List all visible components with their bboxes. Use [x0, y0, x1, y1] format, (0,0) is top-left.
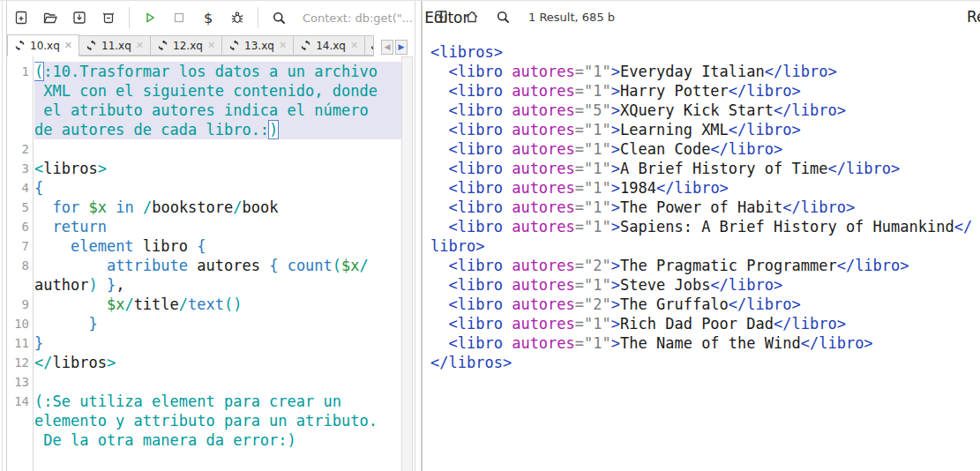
run-query-button[interactable]: [141, 9, 159, 26]
search-button[interactable]: [270, 9, 288, 26]
code-line[interactable]: elemento y attributo para un atributo.: [34, 411, 401, 430]
code-line[interactable]: (:Se utiliza element para crear un: [34, 392, 401, 411]
code-editor[interactable]: (:10.Trasformar los datos a un archivo X…: [34, 56, 401, 471]
code-line[interactable]: return: [34, 217, 401, 236]
line-number: 5: [7, 198, 33, 217]
home-icon: [464, 9, 480, 25]
code-line[interactable]: $x/title/text(): [34, 295, 401, 314]
save-result-icon: [433, 9, 449, 25]
tab-label: 11.xq: [101, 40, 131, 52]
tab-14.xq[interactable]: 14.xq✕: [294, 35, 365, 56]
tab-scroll-right-button[interactable]: ▶: [395, 40, 408, 55]
context-label: Context: db:get("...: [303, 11, 413, 25]
result-line: <libro autores="2">The Pragmatic Program…: [430, 256, 980, 275]
result-panel-title: Result: [967, 8, 980, 26]
code-line[interactable]: [34, 372, 401, 392]
open-file-icon: [42, 10, 58, 26]
result-output[interactable]: <libros> <libro autores="1">Everyday Ita…: [423, 33, 980, 471]
code-line[interactable]: author) },: [34, 275, 401, 295]
code-line[interactable]: el atributo autores indica el número: [34, 101, 401, 120]
line-number: [7, 430, 33, 450]
panel-splitter[interactable]: [415, 1, 422, 471]
external-variables-button[interactable]: $: [199, 9, 217, 26]
tab-close-icon[interactable]: ✕: [64, 41, 72, 50]
xq-file-icon: [14, 40, 26, 51]
toolbar-separator: [129, 7, 130, 28]
code-line[interactable]: (:10.Trasformar los datos a un archivo: [34, 62, 401, 81]
xq-file-icon: [370, 40, 374, 51]
tab-label: 14.xq: [316, 40, 346, 52]
home-button[interactable]: [463, 8, 481, 26]
debug-button[interactable]: [228, 9, 246, 26]
archive-button[interactable]: [100, 9, 117, 26]
tab-13.xq[interactable]: 13.xq✕: [222, 35, 294, 56]
code-line[interactable]: de autores de cada libro.:): [34, 120, 401, 139]
tab-10.xq[interactable]: 10.xq✕: [7, 34, 79, 56]
result-line: </libros>: [430, 353, 980, 372]
stop-button[interactable]: [170, 9, 188, 26]
tab-close-icon[interactable]: ✕: [207, 41, 215, 50]
line-number: [7, 275, 33, 295]
editor-toolbar: $ Context: db:get("... Editor: [7, 1, 415, 34]
tab-close-icon[interactable]: ✕: [279, 41, 287, 50]
line-number: [7, 120, 33, 139]
code-line[interactable]: }: [34, 314, 401, 333]
result-line: <libros>: [430, 42, 980, 62]
save-icon: [71, 10, 87, 26]
result-line: <libro autores="1">Clean Code</libro>: [430, 139, 980, 159]
tab-scroll-left-button[interactable]: ◀: [381, 40, 393, 55]
xq-file-icon: [86, 40, 97, 51]
result-count-label: 1 Result, 685 b: [528, 11, 615, 24]
result-line: <libro autores="1">Learning XML</libro>: [430, 120, 980, 139]
code-line[interactable]: element libro {: [34, 236, 401, 256]
tab-11.xq[interactable]: 11.xq✕: [79, 35, 151, 56]
result-line: <libro autores="1">The Name of the Wind<…: [430, 333, 980, 353]
code-line[interactable]: }: [34, 333, 401, 353]
code-line[interactable]: <libros>: [34, 159, 401, 178]
result-line: <libro autores="1">Rich Dad Poor Dad</li…: [430, 314, 980, 333]
debug-icon: [229, 10, 245, 26]
scroll-left-icon: ◀: [385, 43, 391, 51]
new-file-button[interactable]: [12, 9, 30, 26]
scroll-right-icon: ▶: [399, 43, 405, 51]
line-number: 1: [7, 62, 33, 81]
search-icon: [495, 9, 512, 26]
search-icon: [271, 10, 288, 26]
code-line[interactable]: De la otra manera da error:): [34, 430, 401, 450]
code-line[interactable]: [34, 139, 401, 159]
result-panel: 1 Result, 685 b Result <libros> <libro a…: [422, 1, 980, 471]
line-number: 14: [7, 392, 33, 411]
open-file-button[interactable]: [41, 9, 59, 26]
save-button[interactable]: [71, 9, 88, 26]
search-result-button[interactable]: [494, 8, 512, 26]
archive-icon: [101, 10, 116, 26]
save-result-button[interactable]: [432, 8, 450, 26]
line-number: [7, 81, 33, 101]
code-line[interactable]: {: [34, 178, 401, 198]
result-line: <libro autores="1">Steve Jobs</libro>: [430, 275, 980, 295]
xq-file-icon: [157, 40, 168, 51]
code-line[interactable]: for $x in /bookstore/book: [34, 198, 401, 217]
line-number: 10: [7, 314, 33, 333]
code-line[interactable]: XML con el siguiente contenido, donde: [34, 81, 401, 101]
tab-label: 13.xq: [244, 40, 274, 52]
line-number: 12: [7, 353, 33, 372]
tab-partial[interactable]: [365, 35, 374, 56]
editor-panel: $ Context: db:get("... Editor 10.xq✕11.x…: [7, 1, 415, 471]
line-number: 8: [7, 256, 33, 275]
new-file-icon: [13, 10, 29, 26]
code-line[interactable]: attribute autores { count($x/: [34, 256, 401, 275]
tab-strip: 10.xq✕11.xq✕12.xq✕13.xq✕14.xq✕: [7, 34, 374, 56]
tab-close-icon[interactable]: ✕: [136, 41, 144, 50]
line-number: 4: [7, 178, 33, 198]
tab-close-icon[interactable]: ✕: [350, 41, 358, 50]
line-number-gutter: 1234567891011121314: [7, 56, 34, 471]
editor-scrollbar[interactable]: [401, 56, 413, 471]
line-number: 7: [7, 236, 33, 256]
line-number: 13: [7, 372, 33, 392]
line-number: 6: [7, 217, 33, 236]
tab-12.xq[interactable]: 12.xq✕: [151, 35, 222, 56]
line-number: 2: [7, 139, 33, 159]
result-line: <libro autores="1">Harry Potter</libro>: [430, 81, 980, 101]
code-line[interactable]: </libros>: [34, 353, 401, 372]
